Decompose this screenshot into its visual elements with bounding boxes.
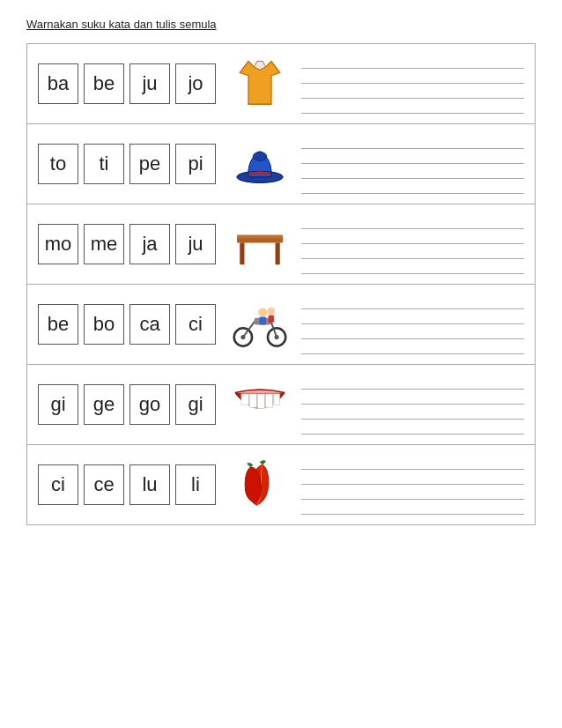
write-line-2-2 — [301, 150, 524, 164]
svg-rect-21 — [265, 393, 272, 406]
write-area-5[interactable] — [301, 375, 524, 435]
syllable-box-6-3: lu — [129, 464, 170, 505]
write-line-1-3 — [301, 85, 524, 99]
exercise-row-3: momejaju — [27, 204, 535, 285]
syllable-box-4-2: bo — [84, 304, 124, 345]
svg-point-16 — [267, 307, 275, 315]
write-line-2-1 — [301, 135, 524, 149]
svg-rect-20 — [257, 393, 264, 408]
write-line-6-4 — [301, 501, 524, 515]
syllable-box-3-2: me — [84, 224, 124, 264]
syllable-box-2-3: pe — [129, 144, 170, 184]
icon-motorbike — [226, 293, 292, 355]
syllable-box-5-1: gi — [38, 384, 78, 425]
syllable-box-2-2: ti — [84, 144, 124, 184]
syllables-group-2: totipepi — [38, 144, 216, 184]
write-line-1-1 — [301, 55, 524, 69]
write-line-5-2 — [301, 390, 524, 405]
icon-smile — [226, 374, 292, 435]
write-line-3-1 — [301, 215, 524, 229]
syllable-box-2-1: to — [38, 144, 78, 184]
syllable-box-1-3: ju — [129, 63, 170, 104]
write-line-6-3 — [301, 486, 524, 500]
write-area-4[interactable] — [301, 294, 524, 354]
write-area-2[interactable] — [301, 134, 524, 194]
svg-point-3 — [253, 152, 267, 160]
exercise-row-4: bebocaci — [27, 285, 535, 365]
write-line-2-3 — [301, 165, 524, 179]
syllables-group-1: babejujo — [38, 63, 216, 104]
icon-chili — [226, 454, 292, 516]
write-line-2-4 — [301, 180, 524, 194]
syllable-box-2-4: pi — [175, 144, 216, 184]
page-title: Warnakan suku kata dan tulis semula — [26, 18, 536, 31]
exercise-container: babejujo totipepi momejaju bebocaci — [26, 43, 536, 525]
syllable-box-5-4: gi — [175, 384, 216, 425]
syllable-box-5-2: ge — [84, 384, 124, 425]
syllables-group-5: gigegogi — [38, 384, 216, 425]
write-line-3-3 — [301, 245, 524, 259]
syllable-box-3-4: ju — [175, 224, 216, 264]
write-line-4-4 — [301, 340, 524, 354]
exercise-row-1: babejujo — [27, 44, 535, 124]
exercise-row-5: gigegogi — [27, 365, 535, 445]
svg-rect-6 — [240, 242, 244, 264]
write-line-5-4 — [301, 420, 524, 435]
write-line-5-3 — [301, 405, 524, 420]
syllable-box-5-3: go — [129, 384, 170, 425]
syllable-box-4-4: ci — [175, 304, 216, 345]
write-line-4-2 — [301, 310, 524, 324]
write-area-1[interactable] — [301, 54, 524, 114]
write-line-5-1 — [301, 375, 524, 390]
syllable-box-1-4: jo — [175, 63, 216, 104]
syllable-box-1-1: ba — [38, 63, 78, 104]
syllable-box-3-1: mo — [38, 224, 78, 264]
syllable-box-6-2: ce — [84, 464, 124, 505]
icon-shirt — [226, 53, 292, 115]
write-line-3-4 — [301, 260, 524, 274]
syllables-group-6: ciceluli — [38, 464, 216, 505]
svg-rect-19 — [249, 393, 256, 406]
write-line-1-2 — [301, 70, 524, 84]
syllables-group-3: momejaju — [38, 224, 216, 264]
svg-rect-8 — [237, 234, 283, 238]
svg-rect-18 — [241, 393, 248, 405]
syllable-box-6-1: ci — [38, 464, 78, 505]
svg-point-14 — [258, 308, 267, 316]
svg-rect-15 — [259, 316, 266, 324]
syllable-box-6-4: li — [175, 464, 216, 505]
write-line-4-3 — [301, 325, 524, 339]
svg-rect-17 — [268, 315, 273, 322]
write-line-1-4 — [301, 100, 524, 114]
syllable-box-4-1: be — [38, 304, 78, 345]
syllables-group-4: bebocaci — [38, 304, 216, 345]
syllable-box-3-3: ja — [129, 224, 170, 264]
write-area-3[interactable] — [301, 214, 524, 274]
syllable-box-1-2: be — [84, 63, 124, 104]
icon-table — [226, 213, 292, 275]
svg-rect-7 — [275, 242, 279, 264]
svg-rect-22 — [273, 393, 279, 405]
exercise-row-2: totipepi — [27, 124, 535, 204]
write-line-4-1 — [301, 295, 524, 309]
write-line-6-1 — [301, 456, 524, 470]
syllable-box-4-3: ca — [129, 304, 170, 345]
exercise-row-6: ciceluli — [27, 445, 535, 524]
write-line-3-2 — [301, 230, 524, 244]
write-line-6-2 — [301, 471, 524, 485]
write-area-6[interactable] — [301, 455, 524, 515]
icon-hat — [226, 133, 292, 195]
